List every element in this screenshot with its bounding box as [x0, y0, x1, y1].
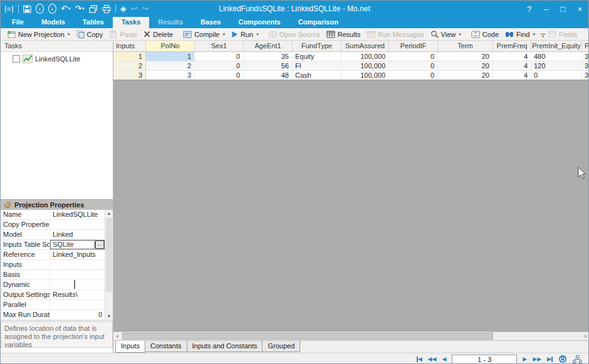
- column-header-term[interactable]: Term: [438, 41, 493, 51]
- tab-components[interactable]: Components: [229, 17, 289, 28]
- code-button[interactable]: Code: [468, 30, 502, 39]
- scroll-up-icon[interactable]: ▲: [105, 210, 113, 217]
- first-record-icon[interactable]: ◀: [417, 355, 422, 363]
- results-button[interactable]: Results: [323, 30, 364, 39]
- scrollbar-thumb[interactable]: [122, 333, 493, 340]
- property-row-parallel[interactable]: Parallel: [1, 300, 113, 310]
- grid-horizontal-scrollbar[interactable]: ‹ ›: [113, 331, 589, 341]
- tab-file[interactable]: File: [3, 17, 33, 28]
- navigate-back-icon[interactable]: ‹: [36, 4, 44, 14]
- grid-cell[interactable]: 360: [582, 71, 589, 80]
- grid-cell[interactable]: FI: [293, 61, 341, 70]
- scroll-down-icon[interactable]: ▼: [105, 313, 113, 320]
- hierarchy-view-icon[interactable]: [573, 355, 582, 363]
- tab-constants[interactable]: Constants: [145, 341, 187, 352]
- grid-cell[interactable]: 360: [582, 61, 589, 70]
- grid-cell[interactable]: 20: [438, 71, 493, 80]
- scroll-left-icon[interactable]: ‹: [113, 332, 122, 340]
- compile-button[interactable]: Compile▾: [180, 30, 228, 39]
- grid-cell[interactable]: 3: [146, 71, 195, 80]
- grid-cell[interactable]: 4: [493, 71, 531, 80]
- tab-bases[interactable]: Bases: [192, 17, 229, 28]
- property-row-name[interactable]: Name LinkedSQLLite: [1, 210, 113, 220]
- print-icon[interactable]: [102, 4, 111, 14]
- grid-cell[interactable]: 100,000: [341, 52, 389, 61]
- grid-cell[interactable]: 100,000: [341, 71, 389, 80]
- tab-comparison[interactable]: Comparison: [289, 17, 347, 28]
- grid-cell[interactable]: 0: [389, 52, 438, 61]
- grid-cell[interactable]: 0: [195, 52, 244, 61]
- property-row-reference[interactable]: Reference Linked_Inputs: [1, 250, 113, 260]
- row-header[interactable]: 3: [113, 71, 146, 80]
- tab-tables[interactable]: Tables: [74, 17, 113, 28]
- property-row-model[interactable]: Model Linked: [1, 230, 113, 240]
- column-header-polno[interactable]: PolNo: [146, 41, 195, 51]
- row-header[interactable]: 1: [113, 52, 146, 61]
- grid-cell[interactable]: 35: [244, 52, 293, 61]
- column-header-preminit-equity[interactable]: PremInit_Equity: [531, 41, 582, 51]
- fast-next-icon[interactable]: ▶▶: [533, 355, 541, 363]
- column-header-ageent1[interactable]: AgeEnt1: [244, 41, 293, 51]
- column-header-clipped[interactable]: P: [582, 41, 589, 51]
- property-row-inputs[interactable]: Inputs: [1, 260, 113, 270]
- tab-results[interactable]: Results: [149, 17, 192, 28]
- property-row-dynamic[interactable]: Dynamic: [1, 280, 113, 290]
- tab-tasks[interactable]: Tasks: [113, 17, 149, 28]
- grid-cell[interactable]: 0: [389, 61, 438, 70]
- grid-cell[interactable]: 20: [438, 52, 493, 61]
- grid-cell[interactable]: 120: [531, 61, 582, 70]
- cascade-windows-icon[interactable]: [89, 4, 98, 14]
- new-projection-button[interactable]: New Projection▾: [4, 29, 73, 39]
- grid-cell[interactable]: 0: [195, 71, 244, 80]
- close-button[interactable]: ×: [571, 1, 588, 17]
- next-record-icon[interactable]: ▶: [523, 355, 527, 363]
- save-icon[interactable]: [23, 4, 31, 14]
- copy-button[interactable]: Copy: [73, 29, 107, 39]
- column-header-premfreq[interactable]: PremFreq: [493, 41, 531, 51]
- grid-cell[interactable]: Cash: [293, 71, 341, 80]
- grid-cell[interactable]: Equity: [293, 52, 341, 61]
- grid-cell[interactable]: 0: [195, 61, 244, 70]
- tab-models[interactable]: Models: [33, 17, 74, 28]
- find-button[interactable]: Find▾: [502, 30, 538, 39]
- property-row-basis[interactable]: Basis: [1, 270, 113, 280]
- navigate-forward-icon[interactable]: ›: [48, 4, 56, 14]
- grid-cell[interactable]: 20: [438, 61, 493, 70]
- delete-button[interactable]: Delete: [140, 30, 176, 39]
- scrollbar-thumb[interactable]: [106, 218, 112, 292]
- property-row-max-run-duration[interactable]: Max Run Duration 0: [1, 310, 113, 320]
- grid-cell[interactable]: 56: [244, 61, 293, 70]
- scroll-right-icon[interactable]: ›: [581, 332, 589, 340]
- grid-cell[interactable]: 0: [531, 71, 582, 80]
- grid-cell[interactable]: 4: [493, 52, 531, 61]
- inputs-table-source-editor[interactable]: SQLite ...: [50, 240, 105, 249]
- tab-inputs[interactable]: Inputs: [115, 341, 145, 353]
- tab-inputs-and-constants[interactable]: Inputs and Constants: [187, 341, 263, 352]
- property-row-copy-properties[interactable]: Copy Properties: [1, 220, 113, 230]
- toolbar-overflow-icon[interactable]: ▾: [541, 34, 545, 38]
- view-button[interactable]: View▾: [427, 29, 464, 39]
- property-row-output-settings[interactable]: Output Settings Results\: [1, 290, 113, 300]
- task-checkbox[interactable]: [13, 55, 20, 63]
- minimize-button[interactable]: –: [538, 1, 555, 17]
- column-header-inputs[interactable]: Inputs: [113, 41, 146, 51]
- grid-cell[interactable]: 360: [582, 52, 589, 61]
- grid-cell[interactable]: 2: [146, 61, 195, 70]
- previous-record-icon[interactable]: ◀: [442, 355, 446, 363]
- grid-cell[interactable]: 48: [244, 71, 293, 80]
- dynamic-checkbox[interactable]: [74, 280, 75, 289]
- grid-cell[interactable]: 100,000: [341, 61, 389, 70]
- fast-previous-icon[interactable]: ◀◀: [428, 355, 437, 363]
- maximize-button[interactable]: □: [555, 1, 571, 17]
- ellipsis-button[interactable]: ...: [95, 241, 104, 249]
- record-range-box[interactable]: 1 - 3: [452, 355, 517, 364]
- property-row-inputs-table-source[interactable]: Inputs Table Source SQLite ...: [1, 240, 113, 250]
- run-button[interactable]: Run▾: [228, 30, 262, 39]
- column-header-fundtype[interactable]: FundType: [293, 41, 341, 51]
- grid-cell[interactable]: 4: [493, 61, 531, 70]
- undo-icon[interactable]: ↶▾: [61, 4, 70, 14]
- grid-cell-selected[interactable]: 1: [146, 52, 195, 61]
- column-header-periodif[interactable]: PeriodIF: [389, 41, 438, 51]
- last-record-icon[interactable]: ▶: [547, 355, 553, 363]
- tab-grouped[interactable]: Grouped: [262, 341, 300, 352]
